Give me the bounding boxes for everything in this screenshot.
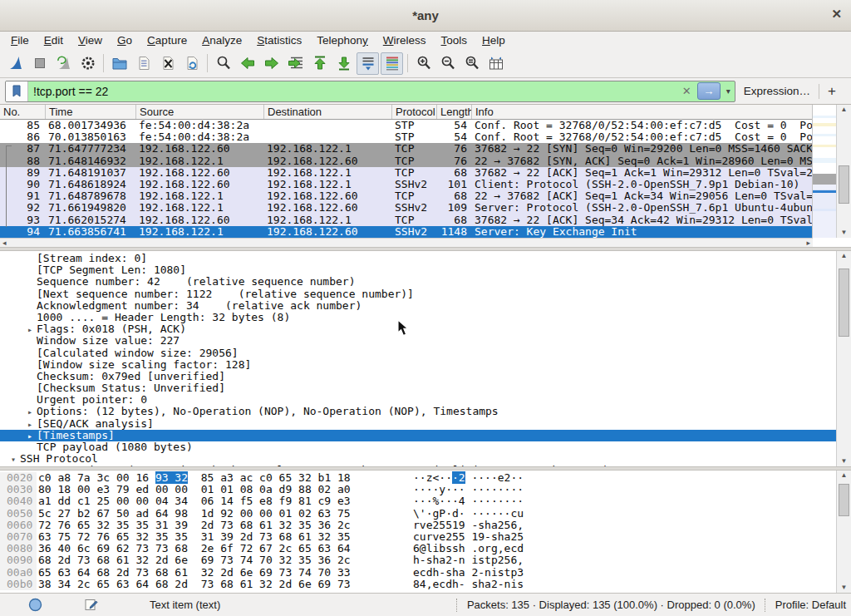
packet-row-92[interactable]: 9271.661949820192.168.122.1192.168.122.6… — [0, 202, 813, 214]
scrollbar-track[interactable] — [837, 115, 851, 228]
detail-line[interactable]: ▸Flags: 0x018 (PSH, ACK) — [0, 323, 836, 335]
menu-help[interactable]: Help — [475, 34, 513, 47]
packet-row-88[interactable]: 8871.648146932192.168.122.1192.168.122.6… — [0, 155, 813, 167]
tree-expander-icon[interactable]: ▾ — [7, 454, 20, 466]
ascii-bytes[interactable]: ····y··· ········ — [413, 484, 836, 495]
hex-bytes[interactable]: 65 63 64 68 2d 73 68 61 32 2d 6e 69 73 7… — [37, 567, 413, 579]
ascii-bytes[interactable]: 84,ecdh- sha2-nis — [413, 579, 836, 590]
expression-button[interactable]: Expression… — [735, 85, 819, 97]
detail-line[interactable]: Checksum: 0x79ed [unverified] — [0, 371, 836, 382]
ascii-bytes[interactable]: \'·gP·d· ······cu — [413, 508, 836, 520]
hex-bytes[interactable]: a1 dd c1 25 00 00 04 34 06 14 f5 e8 f9 8… — [37, 495, 413, 507]
zoom-original-icon[interactable] — [460, 52, 483, 75]
go-back-icon[interactable] — [236, 52, 258, 75]
packet-row-85[interactable]: 8568.001734936fe:54:00:d4:38:2aSTP54Conf… — [0, 120, 813, 131]
detail-vscrollbar[interactable]: ▲ ▼ — [836, 251, 851, 466]
filter-text[interactable]: !tcp.port == 22 — [28, 85, 676, 98]
ascii-bytes[interactable]: rve25519 -sha256, — [413, 520, 836, 531]
detail-line[interactable]: ▸[SEQ/ACK analysis] — [0, 418, 836, 430]
add-filter-button[interactable]: + — [819, 83, 846, 100]
menu-telephony[interactable]: Telephony — [309, 34, 376, 47]
scrollbar-thumb[interactable] — [839, 269, 849, 337]
hex-row-0090[interactable]: 009068 2d 73 68 61 32 2d 6e 69 73 74 70 … — [0, 554, 836, 566]
column-header-destination[interactable]: Destination — [264, 105, 392, 119]
hex-row-0040[interactable]: 0040a1 dd c1 25 00 00 04 34 06 14 f5 e8 … — [0, 495, 836, 507]
tree-expander-icon[interactable]: ▸ — [23, 431, 37, 442]
detail-line[interactable]: 1000 .... = Header Length: 32 bytes (8) — [0, 312, 836, 323]
scrollbar-thumb[interactable] — [839, 484, 849, 516]
hex-bytes[interactable]: 72 76 65 32 35 35 31 39 2d 73 68 61 32 3… — [37, 520, 413, 531]
packet-row-91[interactable]: 9171.648789678192.168.122.1192.168.122.6… — [0, 190, 813, 202]
scroll-up-icon[interactable]: ▲ — [841, 471, 848, 480]
packet-row-89[interactable]: 8971.648191037192.168.122.60192.168.122.… — [0, 167, 813, 179]
packet-list-hscrollbar[interactable]: ◂ ▸ — [0, 238, 813, 247]
scroll-up-icon[interactable]: ▲ — [841, 105, 848, 115]
hex-row-00a0[interactable]: 00a065 63 64 68 2d 73 68 61 32 2d 6e 69 … — [0, 567, 836, 579]
detail-line[interactable]: [Next sequence number: 1122 (relative se… — [0, 288, 836, 300]
ascii-bytes[interactable]: 6@libssh .org,ecd — [413, 543, 836, 554]
menu-statistics[interactable]: Statistics — [249, 34, 309, 47]
hex-row-0060[interactable]: 006072 76 65 32 35 35 31 39 2d 73 68 61 … — [0, 520, 836, 531]
go-to-top-icon[interactable] — [308, 52, 331, 75]
column-header-protocol[interactable]: Protocol — [392, 105, 437, 119]
profile-button[interactable]: Profile: Default — [775, 599, 851, 611]
scrollbar-track[interactable] — [837, 480, 851, 583]
hex-bytes[interactable]: c0 a8 7a 3c 00 16 93 32 85 a3 ac c0 65 3… — [37, 472, 413, 484]
ascii-bytes[interactable]: h-sha2-n istp256, — [413, 554, 836, 566]
go-forward-icon[interactable] — [260, 52, 283, 75]
zoom-in-icon[interactable] — [412, 52, 435, 75]
filter-bookmark-icon[interactable] — [6, 81, 28, 101]
menu-view[interactable]: View — [71, 34, 110, 47]
column-header-time[interactable]: Time — [46, 105, 136, 119]
detail-line[interactable]: [Calculated window size: 29056] — [0, 347, 836, 359]
close-file-icon[interactable] — [156, 52, 179, 75]
scroll-up-icon[interactable]: ▲ — [841, 251, 848, 261]
hex-bytes[interactable]: 38 34 2c 65 63 64 68 2d 73 68 61 32 2d 6… — [37, 579, 413, 590]
display-filter-input[interactable]: !tcp.port == 22 ✕ → ▾ — [5, 81, 735, 102]
menu-wireless[interactable]: Wireless — [376, 34, 434, 47]
scrollbar-track[interactable] — [837, 261, 851, 456]
start-capture-icon[interactable] — [4, 52, 27, 75]
resize-columns-icon[interactable] — [485, 52, 507, 75]
auto-scroll-toggle-icon[interactable] — [357, 52, 379, 75]
packet-row-87[interactable]: 8771.647777234192.168.122.60192.168.122.… — [0, 143, 813, 155]
detail-line[interactable]: ▸Options: (12 bytes), No-Operation (NOP)… — [0, 406, 836, 417]
hex-bytes[interactable]: 80 18 00 e3 79 ed 00 00 01 01 08 0a d9 8… — [37, 484, 413, 495]
hex-row-0030[interactable]: 003080 18 00 e3 79 ed 00 00 01 01 08 0a … — [0, 484, 836, 495]
column-header-no[interactable]: No. — [0, 105, 46, 119]
detail-line[interactable]: TCP payload (1080 bytes) — [0, 441, 836, 453]
menu-edit[interactable]: Edit — [37, 34, 71, 47]
column-header-length[interactable]: Length — [437, 105, 472, 119]
expert-info-icon[interactable] — [28, 598, 42, 612]
ascii-bytes[interactable]: ecdh-sha 2-nistp3 — [413, 567, 836, 579]
packet-list-vscrollbar[interactable]: ▲ ▼ — [836, 105, 851, 238]
menu-file[interactable]: File — [3, 34, 37, 47]
tree-expander-icon[interactable]: ▸ — [23, 407, 37, 418]
intelligent-scrollbar-minimap[interactable] — [812, 105, 836, 238]
ascii-bytes[interactable]: ··z<···2 ····e2·· — [413, 472, 836, 484]
ascii-bytes[interactable]: curve255 19-sha25 — [413, 531, 836, 543]
menu-go[interactable]: Go — [110, 34, 140, 47]
stop-capture-icon[interactable] — [28, 52, 51, 75]
open-file-icon[interactable] — [108, 52, 130, 75]
save-file-icon[interactable] — [132, 52, 155, 75]
zoom-out-icon[interactable] — [436, 52, 459, 75]
tree-expander-icon[interactable]: ▸ — [23, 419, 37, 431]
hex-row-0080[interactable]: 008036 40 6c 69 62 73 73 68 2e 6f 72 67 … — [0, 543, 836, 554]
scroll-left-icon[interactable]: ◂ — [2, 239, 7, 247]
detail-line[interactable]: [Checksum Status: Unverified] — [0, 382, 836, 394]
capture-comment-icon[interactable] — [84, 598, 98, 612]
ascii-bytes[interactable]: ···%···4 ········ — [413, 495, 836, 507]
scrollbar-thumb[interactable] — [839, 165, 849, 204]
menu-analyze[interactable]: Analyze — [194, 34, 249, 47]
tree-expander-icon[interactable]: ▸ — [23, 324, 37, 336]
menu-tools[interactable]: Tools — [434, 34, 475, 47]
detail-line[interactable]: Window size value: 227 — [0, 335, 836, 347]
hex-row-00b0[interactable]: 00b038 34 2c 65 63 64 68 2d 73 68 61 32 … — [0, 579, 836, 590]
menu-capture[interactable]: Capture — [140, 34, 194, 47]
hex-bytes[interactable]: 36 40 6c 69 62 73 73 68 2e 6f 72 67 2c 6… — [37, 543, 413, 554]
hex-bytes[interactable]: 63 75 72 76 65 32 35 35 31 39 2d 73 68 6… — [37, 531, 413, 543]
hex-bytes[interactable]: 5c 27 b2 67 50 ad 64 98 1d 92 00 00 01 0… — [37, 508, 413, 520]
detail-line[interactable]: [TCP Segment Len: 1080] — [0, 264, 836, 276]
detail-line[interactable]: Acknowledgment number: 34 (relative ack … — [0, 300, 836, 312]
